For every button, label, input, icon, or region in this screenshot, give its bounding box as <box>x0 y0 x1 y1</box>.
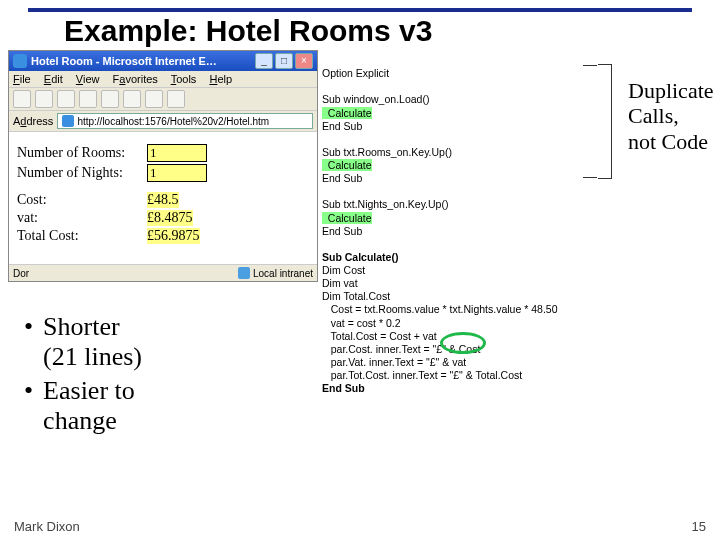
footer-author: Mark Dixon <box>14 519 80 534</box>
vat-value: £8.4875 <box>147 210 193 226</box>
menu-tools[interactable]: Tools <box>171 73 197 85</box>
callout-duplicate: Duplicate Calls, not Code <box>628 78 720 154</box>
highlight-3: Calculate <box>322 212 372 224</box>
bullet-1: • Shorter (21 lines) <box>18 312 318 372</box>
bullet-1-line-1: Shorter <box>43 312 142 342</box>
rooms-label: Number of Rooms: <box>17 145 147 161</box>
cost-label: Cost: <box>17 192 147 208</box>
history-button[interactable] <box>167 90 185 108</box>
maximize-button[interactable]: □ <box>275 53 293 69</box>
bullet-2-line-1: Easier to <box>43 376 135 406</box>
highlight-2: Calculate <box>322 159 372 171</box>
bullet-list: • Shorter (21 lines) • Easier to change <box>18 312 318 436</box>
rooms-input[interactable]: 1 <box>147 144 207 162</box>
browser-window: Hotel Room - Microsoft Internet E… _ □ ×… <box>8 50 318 282</box>
close-button[interactable]: × <box>295 53 313 69</box>
browser-title: Hotel Room - Microsoft Internet E… <box>31 55 253 67</box>
highlight-1: Calculate <box>322 107 372 119</box>
home-button[interactable] <box>101 90 119 108</box>
menu-view[interactable]: View <box>76 73 100 85</box>
status-left: Dor <box>13 268 29 279</box>
total-value: £56.9875 <box>147 228 200 244</box>
bullet-1-line-2: (21 lines) <box>43 342 142 372</box>
menu-help[interactable]: Help <box>209 73 232 85</box>
status-right: Local intranet <box>253 268 313 279</box>
minimize-button[interactable]: _ <box>255 53 273 69</box>
refresh-button[interactable] <box>79 90 97 108</box>
total-label: Total Cost: <box>17 228 147 244</box>
menu-file[interactable]: FFileile <box>13 73 31 85</box>
nights-label: Number of Nights: <box>17 165 147 181</box>
browser-titlebar: Hotel Room - Microsoft Internet E… _ □ × <box>9 51 317 71</box>
stop-button[interactable] <box>57 90 75 108</box>
title-divider: Example: Hotel Rooms v3 <box>28 8 692 48</box>
back-button[interactable] <box>13 90 31 108</box>
menu-edit[interactable]: Edit <box>44 73 63 85</box>
bracket-annotation <box>598 64 612 179</box>
ie-icon-small <box>62 115 74 127</box>
bullet-2-line-2: change <box>43 406 135 436</box>
address-bar: Address http://localhost:1576/Hotel%20v2… <box>9 111 317 132</box>
favorites-button[interactable] <box>145 90 163 108</box>
menu-favorites[interactable]: Favorites <box>113 73 158 85</box>
nights-input[interactable]: 1 <box>147 164 207 182</box>
address-input[interactable]: http://localhost:1576/Hotel%20v2/Hotel.h… <box>57 113 313 129</box>
slide-title: Example: Hotel Rooms v3 <box>28 14 692 48</box>
intranet-icon <box>238 267 250 279</box>
address-label: Address <box>13 115 53 127</box>
ie-icon <box>13 54 27 68</box>
slide-footer: Mark Dixon 15 <box>14 519 706 534</box>
footer-page: 15 <box>692 519 706 534</box>
cost-value: £48.5 <box>147 192 179 208</box>
menubar: FFileile Edit View Favorites Tools Help <box>9 71 317 88</box>
address-url: http://localhost:1576/Hotel%20v2/Hotel.h… <box>77 116 269 127</box>
search-button[interactable] <box>123 90 141 108</box>
vat-label: vat: <box>17 210 147 226</box>
bullet-2: • Easier to change <box>18 376 318 436</box>
page-body: Number of Rooms: 1 Number of Nights: 1 C… <box>9 132 317 264</box>
status-bar: Dor Local intranet <box>9 264 317 281</box>
toolbar <box>9 88 317 111</box>
forward-button[interactable] <box>35 90 53 108</box>
